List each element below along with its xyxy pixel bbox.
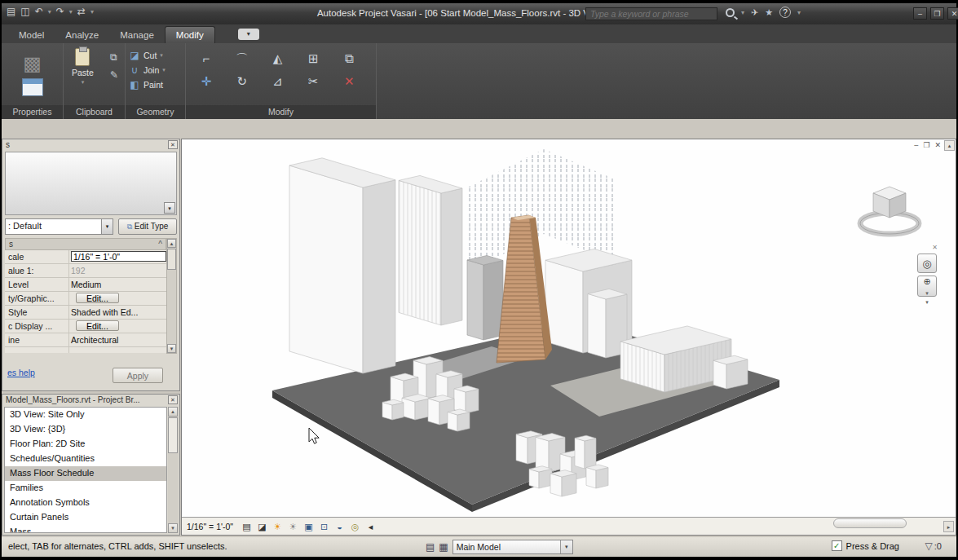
join-button[interactable]: ∪ Join ▾ bbox=[126, 63, 185, 77]
model-3d-scene[interactable] bbox=[182, 139, 956, 517]
type-selector-dropdown-icon[interactable]: ▾ bbox=[164, 202, 175, 214]
tree-item-mass[interactable]: Mass bbox=[5, 525, 166, 533]
rotate-icon[interactable]: ↻ bbox=[232, 71, 253, 92]
filter-icon[interactable]: ▽ bbox=[925, 540, 933, 552]
param-row-detail-level[interactable]: Level Medium bbox=[5, 278, 168, 292]
detail-level-icon[interactable]: ▤ bbox=[240, 520, 254, 533]
tab-model[interactable]: Model bbox=[8, 27, 55, 43]
save-icon[interactable]: ◫ bbox=[20, 6, 29, 17]
tree-item-mass-floor-schedule[interactable]: Mass Floor Schedule bbox=[5, 466, 166, 481]
param-row-visibility[interactable]: ty/Graphic... Edit... bbox=[5, 292, 168, 306]
cut-caret-icon[interactable]: ▾ bbox=[160, 52, 163, 59]
paste-icon[interactable] bbox=[75, 48, 90, 66]
align-icon[interactable]: ⌐ bbox=[196, 48, 217, 69]
properties-help-link[interactable]: es help bbox=[7, 368, 35, 377]
viewbar-collapse-icon[interactable]: ◂ bbox=[364, 520, 377, 533]
visual-style-icon[interactable]: ◪ bbox=[255, 520, 269, 533]
group-collapse-icon[interactable]: ^ bbox=[158, 240, 162, 249]
worksets-icon[interactable]: ▤ bbox=[426, 541, 435, 553]
tree-item-3d-site-only[interactable]: 3D View: Site Only bbox=[5, 408, 166, 422]
move-icon[interactable]: ✛ bbox=[196, 71, 217, 92]
cut-button[interactable]: ◪ Cut ▾ bbox=[126, 48, 185, 63]
param-row-scale-value[interactable]: alue 1: 192 bbox=[5, 264, 168, 278]
tree-item-schedules[interactable]: Schedules/Quantities bbox=[5, 452, 166, 466]
view-scale-button[interactable]: 1/16" = 1'-0" bbox=[187, 522, 233, 531]
navbar-close-icon[interactable]: ✕ bbox=[932, 244, 938, 251]
temporary-hide-icon[interactable]: ◒ bbox=[333, 520, 347, 533]
browser-scrollbar[interactable]: ▲ ▼ bbox=[168, 407, 179, 533]
properties-palette-icon[interactable] bbox=[22, 78, 43, 96]
undo-caret-icon[interactable]: ▾ bbox=[48, 8, 51, 15]
parameter-group-header[interactable]: s ^ bbox=[5, 238, 166, 250]
help-search-input[interactable] bbox=[585, 7, 717, 20]
tab-modify[interactable]: Modify bbox=[165, 26, 215, 43]
tree-item-curtain-panels[interactable]: Curtain Panels bbox=[5, 510, 166, 525]
array-icon[interactable]: ⊞ bbox=[302, 48, 324, 69]
param-row-graphic-display[interactable]: c Display ... Edit... bbox=[5, 320, 168, 333]
tree-item-floorplan-2d-site[interactable]: Floor Plan: 2D Site bbox=[5, 437, 166, 452]
view-cube[interactable] bbox=[860, 187, 919, 234]
app-menu-icon[interactable]: ▤ bbox=[7, 6, 15, 17]
browser-scroll-thumb[interactable] bbox=[168, 417, 178, 453]
panel-label-properties[interactable]: Properties bbox=[2, 105, 63, 119]
paint-button[interactable]: ◧ Paint bbox=[126, 77, 185, 92]
split-icon[interactable]: ✂ bbox=[302, 71, 324, 92]
param-row-discipline[interactable]: ine Architectural bbox=[5, 333, 168, 347]
restore-icon[interactable]: ❐ bbox=[930, 7, 944, 20]
offset-icon[interactable]: ⌒ bbox=[232, 48, 253, 69]
close-icon[interactable]: ✕ bbox=[947, 7, 958, 20]
edit-type-button[interactable]: ⧉ Edit Type bbox=[118, 218, 177, 235]
scroll-up-icon[interactable]: ▲ bbox=[167, 239, 176, 248]
ribbon-minimize-toggle-icon[interactable]: ▾ bbox=[238, 29, 259, 40]
reveal-hidden-icon[interactable]: ◎ bbox=[348, 520, 362, 533]
properties-scrollbar[interactable]: ▲ ▼ bbox=[166, 238, 177, 354]
active-workset-select[interactable]: Main Model ▾ bbox=[453, 540, 573, 554]
view-restore-icon[interactable]: ❐ bbox=[923, 141, 929, 149]
search-caret-icon[interactable]: ▾ bbox=[741, 9, 744, 16]
search-icon[interactable] bbox=[726, 8, 735, 17]
browser-scroll-down-icon[interactable]: ▼ bbox=[168, 523, 178, 533]
param-row-view-scale[interactable]: cale 1/16" = 1'-0" bbox=[5, 250, 168, 264]
match-properties-icon[interactable]: ✎ bbox=[110, 69, 118, 81]
design-options-icon[interactable]: ▦ bbox=[439, 541, 448, 553]
canvas-scroll-up-icon[interactable]: ▲ bbox=[944, 140, 955, 151]
tab-analyze[interactable]: Analyze bbox=[55, 27, 109, 43]
minimize-icon[interactable]: – bbox=[913, 7, 927, 20]
show-crop-icon[interactable]: ⊡ bbox=[317, 520, 331, 533]
browser-close-icon[interactable]: ✕ bbox=[168, 395, 178, 404]
panel-label-geometry[interactable]: Geometry bbox=[126, 105, 185, 119]
shadows-icon[interactable]: ☀ bbox=[286, 520, 300, 533]
favorites-star-icon[interactable]: ★ bbox=[765, 7, 773, 18]
undo-icon[interactable]: ↶ bbox=[35, 6, 43, 17]
view-scale-input[interactable]: 1/16" = 1'-0" bbox=[71, 251, 166, 262]
redo-caret-icon[interactable]: ▾ bbox=[69, 8, 73, 15]
zoom-tool-icon[interactable]: ⊕▾ bbox=[917, 276, 937, 297]
modify-tool-icon[interactable]: ▩ bbox=[23, 52, 42, 75]
paste-button[interactable]: Paste bbox=[72, 68, 94, 77]
panel-label-modify[interactable]: Modify bbox=[186, 105, 376, 119]
communication-center-icon[interactable]: ✈ bbox=[751, 7, 758, 18]
copy-icon[interactable]: ⧉ bbox=[338, 48, 360, 69]
graphic-display-edit-button[interactable]: Edit... bbox=[76, 320, 119, 331]
mirror-icon[interactable]: ◭ bbox=[267, 48, 289, 69]
view-minimize-icon[interactable]: – bbox=[914, 141, 918, 149]
trim-icon[interactable]: ⊿ bbox=[267, 71, 289, 92]
properties-close-icon[interactable]: ✕ bbox=[168, 140, 178, 149]
scroll-down-icon[interactable]: ▼ bbox=[167, 344, 176, 353]
navbar-more-icon[interactable]: ▾ bbox=[925, 299, 929, 306]
steering-wheel-icon[interactable]: ◎ bbox=[917, 254, 937, 273]
tree-item-3d-default[interactable]: 3D View: {3D} bbox=[5, 422, 166, 437]
redo-icon[interactable]: ↷ bbox=[56, 6, 64, 17]
view-close-icon[interactable]: ✕ bbox=[934, 141, 941, 149]
join-caret-icon[interactable]: ▾ bbox=[162, 67, 166, 73]
param-row-graphics-style[interactable]: Style Shaded with Ed... bbox=[5, 306, 168, 320]
help-caret-icon[interactable]: ▾ bbox=[797, 9, 801, 16]
tree-item-annotation-symbols[interactable]: Annotation Symbols bbox=[5, 496, 166, 510]
tree-item-families[interactable]: Families bbox=[5, 481, 166, 496]
hscroll-thumb[interactable] bbox=[833, 518, 907, 528]
type-selector[interactable]: : Default ▾ bbox=[5, 218, 113, 235]
apply-button[interactable]: Apply bbox=[113, 368, 163, 383]
delete-icon[interactable]: ✕ bbox=[338, 71, 360, 92]
scroll-thumb[interactable] bbox=[167, 249, 176, 270]
panel-label-clipboard[interactable]: Clipboard bbox=[64, 105, 125, 119]
